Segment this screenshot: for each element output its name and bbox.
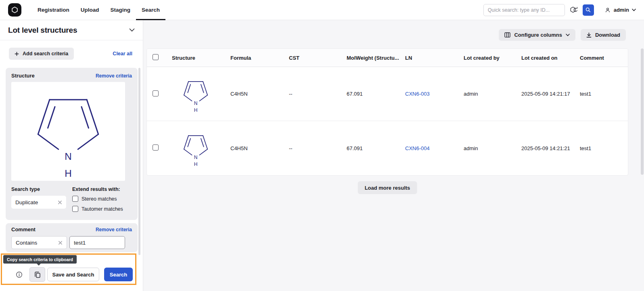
search-icon — [585, 7, 591, 13]
search-sidebar: Lot level structures Add search criteria… — [0, 20, 143, 291]
nav-item-upload[interactable]: Upload — [75, 0, 105, 20]
collapse-chevron-icon[interactable] — [129, 28, 135, 32]
structure-panel-title: Structure — [11, 73, 35, 79]
plus-icon — [15, 52, 19, 56]
main-scrollbar[interactable] — [641, 48, 644, 175]
structure-criteria-panel: Structure Remove criteria Search type Du… — [6, 68, 138, 220]
top-navbar: Registration Upload Staging Search — [0, 0, 644, 20]
stereo-matches-label: Stereo matches — [82, 196, 117, 202]
created-on-cell: 2025-05-09 14:21:21 — [516, 145, 574, 151]
user-menu[interactable]: admin — [604, 7, 636, 13]
comment-panel-title: Comment — [11, 226, 36, 232]
structure-search-icon[interactable] — [568, 4, 579, 16]
created-by-cell: admin — [458, 145, 516, 151]
nav-item-registration[interactable]: Registration — [32, 0, 75, 20]
clear-icon[interactable] — [58, 241, 63, 245]
molweight-cell: 67.091 — [341, 91, 399, 97]
clear-icon[interactable] — [58, 200, 62, 205]
configure-columns-button[interactable]: Configure columns — [499, 29, 575, 41]
chevron-down-icon — [632, 8, 636, 11]
copy-icon — [34, 271, 41, 278]
remove-comment-criteria-link[interactable]: Remove criteria — [96, 227, 132, 232]
load-more-button[interactable]: Load more results — [358, 181, 417, 194]
comment-operator-value: Contains — [16, 240, 37, 246]
download-icon — [586, 32, 592, 38]
comment-criteria-panel: Comment Remove criteria Contains — [6, 223, 138, 252]
pyrrole-structure-thumbnail — [178, 129, 213, 167]
info-icon[interactable] — [15, 271, 23, 278]
columns-icon — [504, 32, 510, 38]
tautomer-matches-label: Tautomer matches — [82, 206, 123, 212]
download-label: Download — [595, 32, 620, 38]
column-header-comment[interactable]: Comment — [574, 55, 628, 61]
select-all-checkbox[interactable] — [153, 54, 159, 60]
column-header-ln[interactable]: LN — [399, 55, 458, 61]
column-header-formula[interactable]: Formula — [225, 55, 283, 61]
search-button[interactable]: Search — [104, 268, 133, 281]
remove-structure-criteria-link[interactable]: Remove criteria — [96, 73, 132, 79]
stereo-matches-option: Stereo matches — [72, 196, 132, 202]
formula-cell: C4H5N — [225, 145, 283, 151]
cst-cell: -- — [283, 145, 341, 151]
column-header-lot-created-by[interactable]: Lot created by — [458, 55, 516, 61]
quick-search-input[interactable] — [483, 4, 565, 16]
formula-cell: C4H5N — [225, 91, 283, 97]
app-root: Registration Upload Staging Search — [0, 0, 644, 291]
search-type-label: Search type — [11, 186, 66, 192]
copy-criteria-tooltip: Copy search criteria to clipboard — [3, 255, 77, 264]
tautomer-matches-checkbox[interactable] — [72, 206, 78, 212]
add-search-criteria-button[interactable]: Add search criteria — [9, 48, 74, 60]
extend-results-label: Extend results with: — [72, 186, 132, 192]
sidebar-scrollbar[interactable] — [138, 68, 140, 255]
main-content: Configure columns Download Structure For… — [143, 20, 644, 291]
pyrrole-structure-thumbnail — [178, 75, 213, 113]
save-and-search-button[interactable]: Save and Search — [47, 268, 99, 281]
comment-value-input[interactable] — [69, 236, 125, 249]
user-name: admin — [614, 7, 629, 13]
comment-cell: test1 — [574, 145, 628, 151]
tautomer-matches-option: Tautomer matches — [72, 206, 132, 212]
app-logo[interactable] — [8, 3, 21, 17]
clear-all-link[interactable]: Clear all — [113, 51, 132, 57]
quick-search-button[interactable] — [583, 4, 594, 16]
row-checkbox[interactable] — [153, 144, 159, 151]
annotation-highlight-box: Copy search criteria to clipboard Save a… — [1, 253, 136, 285]
table-row[interactable]: C4H5N -- 67.091 CXN6-003 admin 2025-05-0… — [147, 67, 628, 121]
column-header-lot-created-on[interactable]: Lot created on — [516, 55, 574, 61]
column-header-structure[interactable]: Structure — [166, 55, 225, 61]
user-icon — [604, 7, 611, 13]
hexagon-logo-icon — [11, 6, 19, 14]
results-toolbar: Configure columns Download — [499, 29, 626, 41]
comment-operator-select[interactable]: Contains — [11, 236, 67, 249]
structure-canvas[interactable] — [11, 82, 125, 181]
copy-criteria-button[interactable] — [29, 267, 45, 282]
ln-link[interactable]: CXN6-003 — [405, 91, 430, 97]
column-header-cst[interactable]: CST — [283, 55, 341, 61]
main-nav: Registration Upload Staging Search — [32, 0, 165, 20]
sidebar-header: Lot level structures — [0, 20, 143, 40]
search-type-value: Duplicate — [15, 199, 38, 205]
nav-item-staging[interactable]: Staging — [105, 0, 136, 20]
ln-link[interactable]: CXN6-004 — [405, 145, 430, 151]
row-checkbox[interactable] — [153, 90, 159, 96]
pyrrole-structure-drawing — [24, 82, 113, 181]
column-header-molweight[interactable]: MolWeight (Structu... — [341, 55, 399, 61]
results-table: Structure Formula CST MolWeight (Structu… — [146, 48, 628, 176]
created-by-cell: admin — [458, 91, 516, 97]
configure-columns-label: Configure columns — [514, 32, 562, 38]
table-row[interactable]: C4H5N -- 67.091 CXN6-004 admin 2025-05-0… — [147, 121, 628, 175]
sidebar-actions: Save and Search Search — [15, 267, 133, 282]
created-on-cell: 2025-05-09 14:21:17 — [516, 91, 574, 97]
navbar-right-group: admin — [483, 4, 636, 16]
cst-cell: -- — [283, 91, 341, 97]
search-type-select[interactable]: Duplicate — [11, 196, 66, 209]
download-button[interactable]: Download — [581, 29, 626, 41]
stereo-matches-checkbox[interactable] — [72, 196, 78, 202]
criteria-toolbar: Add search criteria Clear all — [9, 48, 132, 60]
add-search-criteria-label: Add search criteria — [23, 51, 68, 57]
comment-cell: test1 — [574, 91, 628, 97]
table-header-row: Structure Formula CST MolWeight (Structu… — [147, 49, 628, 67]
nav-item-search[interactable]: Search — [136, 0, 165, 20]
molweight-cell: 67.091 — [341, 145, 399, 151]
sidebar-title: Lot level structures — [8, 26, 77, 35]
